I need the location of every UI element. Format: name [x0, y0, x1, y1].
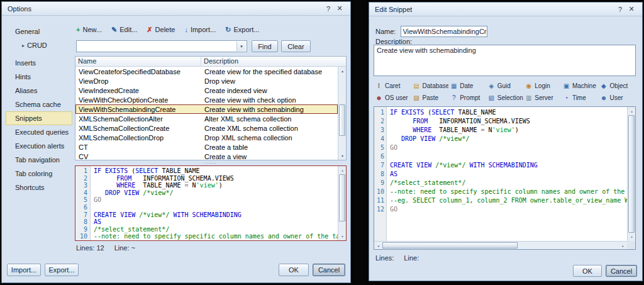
- snippet-table: Name Description ViewCreateforSpecifiedD…: [75, 56, 347, 160]
- scroll-left-icon[interactable]: ◂: [374, 242, 382, 250]
- table-row[interactable]: ViewDropDrop view: [75, 76, 338, 86]
- export-button[interactable]: Export...: [45, 264, 79, 276]
- sidebar-item-tab-coloring[interactable]: Tab coloring: [6, 167, 72, 181]
- placeholder-button-prompt[interactable]: ?Prompt: [448, 92, 486, 104]
- table-row[interactable]: ViewCreateforSpecifiedDatabaseCreate vie…: [75, 67, 338, 76]
- editor-code[interactable]: 1IF EXISTS (SELECT TABLE_NAME2 FROM INFO…: [374, 107, 627, 241]
- table-scrollbar-thumb[interactable]: [339, 104, 345, 136]
- placeholder-button-login[interactable]: ◉Login: [523, 80, 561, 92]
- line-number: 3: [75, 182, 91, 189]
- table-row[interactable]: ViewWithSchemabindingCreateCreate view w…: [75, 104, 338, 114]
- code-text: GO: [387, 143, 397, 152]
- guid-icon: ◈: [488, 82, 495, 89]
- snippet-name-cell: ViewWithSchemabindingCreate: [76, 105, 202, 113]
- server-icon: ▥: [525, 94, 532, 101]
- placeholder-button-user[interactable]: ☻User: [598, 92, 636, 104]
- table-scrollbar[interactable]: ▴ ▾: [338, 67, 346, 160]
- column-header-description[interactable]: Description: [201, 57, 346, 66]
- scroll-down-icon[interactable]: ▾: [338, 232, 347, 240]
- sidebar-item-hints[interactable]: Hints: [6, 70, 72, 84]
- scroll-down-icon[interactable]: ▾: [628, 233, 636, 241]
- placeholder-button-time[interactable]: ◔Time: [561, 92, 599, 104]
- placeholder-button-paste[interactable]: ▨Paste: [411, 92, 449, 104]
- sidebar-item-shortcuts[interactable]: Shortcuts: [6, 181, 72, 194]
- cancel-button[interactable]: Cancel: [313, 264, 345, 276]
- new-button[interactable]: +New...: [76, 26, 102, 33]
- preview-scrollbar-thumb[interactable]: [339, 174, 345, 221]
- export-button[interactable]: ↻Export...: [225, 26, 259, 34]
- table-row[interactable]: XMLSchemaCollectionDropDrop XML schema c…: [75, 133, 338, 142]
- snippet-code-editor[interactable]: 1IF EXISTS (SELECT TABLE_NAME2 FROM INFO…: [374, 106, 636, 250]
- preview-scrollbar[interactable]: ▴ ▾: [338, 166, 346, 240]
- editor-hscroll-thumb[interactable]: [382, 242, 518, 249]
- ok-button[interactable]: OK: [573, 265, 602, 277]
- find-button[interactable]: Find: [252, 40, 278, 52]
- code-line: 6: [374, 152, 627, 161]
- help-icon[interactable]: ?: [323, 4, 334, 14]
- scroll-up-icon[interactable]: ▴: [338, 67, 347, 75]
- ok-button[interactable]: OK: [279, 264, 309, 276]
- delete-button[interactable]: ✗Delete: [147, 26, 175, 34]
- snippet-description-input[interactable]: Create view with schemabinding: [374, 45, 636, 76]
- scrollbar-corner: [627, 241, 635, 249]
- sidebar-item-inserts[interactable]: Inserts: [6, 56, 72, 70]
- placeholder-button-object[interactable]: ◆Object: [598, 80, 636, 92]
- close-icon[interactable]: ✕: [334, 4, 345, 14]
- table-row[interactable]: XMLSchemaCollectionCreateCreate XML sche…: [75, 123, 338, 133]
- help-icon[interactable]: ?: [614, 4, 626, 14]
- scroll-right-icon[interactable]: ▸: [619, 242, 627, 250]
- expand-arrow-icon[interactable]: ▸: [22, 43, 25, 48]
- editor-vertical-scrollbar[interactable]: ▴ ▾: [627, 107, 635, 241]
- editor-horizontal-scrollbar[interactable]: ◂ ▸: [374, 241, 627, 249]
- placeholder-button-database[interactable]: ▤Database: [411, 80, 449, 92]
- code-line: 4 DROP VIEW /*view*/: [374, 135, 627, 143]
- table-row[interactable]: CTCreate a table: [75, 142, 338, 152]
- lines-count: Lines: 12: [76, 244, 104, 252]
- placeholder-button-caret[interactable]: ICaret: [374, 80, 411, 92]
- sidebar-item-crud[interactable]: ▸CRUD: [6, 38, 72, 52]
- filter-combobox[interactable]: ▾: [76, 40, 247, 52]
- placeholder-button-label: Login: [535, 82, 550, 89]
- placeholder-button-selection[interactable]: ▧Selection: [486, 92, 524, 104]
- placeholder-button-label: Machine: [572, 82, 596, 89]
- chevron-down-icon[interactable]: ▾: [236, 42, 246, 51]
- splitter[interactable]: ·····: [75, 160, 347, 165]
- editor-vscroll-thumb[interactable]: [628, 115, 635, 233]
- close-icon[interactable]: ✕: [626, 4, 637, 14]
- table-row[interactable]: ViewWithCheckOptionCreateCreate view wit…: [75, 95, 338, 104]
- edit-button[interactable]: ✎Edit...: [111, 26, 137, 34]
- code-line: 9/*select_statement*/: [374, 179, 627, 187]
- placeholder-button-guid[interactable]: ◈Guid: [486, 80, 524, 92]
- placeholder-button-server[interactable]: ▥Server: [523, 92, 561, 104]
- placeholder-button-os-user[interactable]: ☻OS user: [374, 92, 411, 104]
- import-button[interactable]: ↓Import...: [184, 26, 216, 33]
- snippet-name-cell: XMLSchemaCollectionAlter: [76, 115, 202, 123]
- sidebar-item-tab-navigation[interactable]: Tab navigation: [6, 153, 72, 167]
- column-header-name[interactable]: Name: [75, 57, 201, 66]
- cancel-button[interactable]: Cancel: [606, 265, 637, 277]
- snippet-filter-input[interactable]: [77, 41, 247, 52]
- table-row[interactable]: CVCreate a view: [75, 152, 338, 160]
- placeholder-button-label: Paste: [423, 94, 439, 101]
- sidebar-item-aliases[interactable]: Aliases: [6, 84, 72, 98]
- sidebar-item-general[interactable]: General: [6, 25, 72, 38]
- sidebar-item-snippets[interactable]: Snippets: [6, 111, 72, 125]
- placeholder-button-date[interactable]: ▦Date: [448, 80, 486, 92]
- sidebar-item-schema-cache[interactable]: Schema cache: [6, 98, 72, 111]
- sidebar-item-execution-alerts[interactable]: Execution alerts: [6, 139, 72, 153]
- snippet-preview: 1IF EXISTS (SELECT TABLE_NAME2 FROM INFO…: [75, 165, 347, 241]
- user-icon: ☻: [600, 94, 607, 101]
- placeholder-button-machine[interactable]: ▣Machine: [561, 80, 599, 92]
- line-position: Line: ~: [114, 244, 135, 252]
- table-row[interactable]: XMLSchemaCollectionAlterAlter XML schema…: [75, 114, 338, 123]
- footer-left: Import... Export...: [7, 264, 79, 276]
- sidebar-item-executed-queries[interactable]: Executed queries: [6, 125, 72, 139]
- scroll-up-icon[interactable]: ▴: [628, 107, 636, 115]
- snippet-name-input[interactable]: ViewWithSchemabindingCre: [401, 26, 487, 37]
- scroll-down-icon[interactable]: ▾: [338, 152, 347, 160]
- table-row[interactable]: ViewIndexedCreateCreate indexed view: [75, 86, 338, 95]
- toolbar-button-label: Import...: [191, 26, 216, 33]
- import-button[interactable]: Import...: [7, 264, 41, 276]
- clear-button[interactable]: Clear: [281, 40, 311, 52]
- scroll-up-icon[interactable]: ▴: [338, 166, 347, 174]
